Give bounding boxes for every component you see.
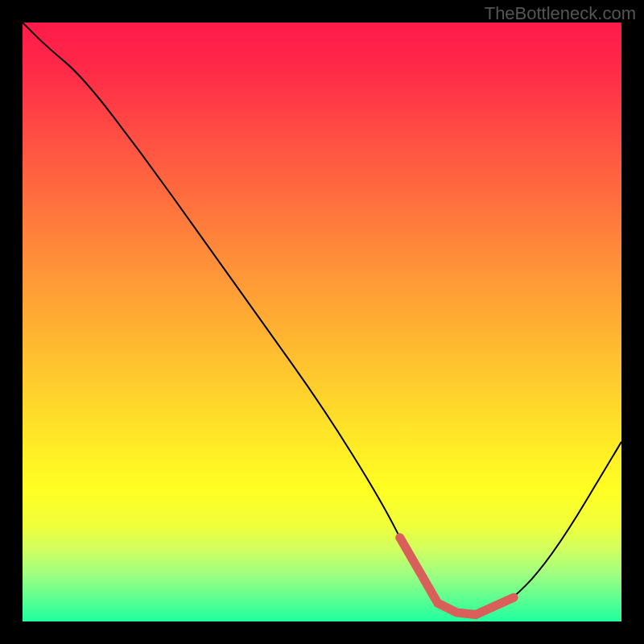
chart-svg (23, 23, 621, 621)
chart-line (23, 23, 621, 614)
trough-highlight (400, 538, 514, 615)
plot-area (23, 23, 621, 621)
watermark-text: TheBottleneck.com (485, 3, 636, 24)
